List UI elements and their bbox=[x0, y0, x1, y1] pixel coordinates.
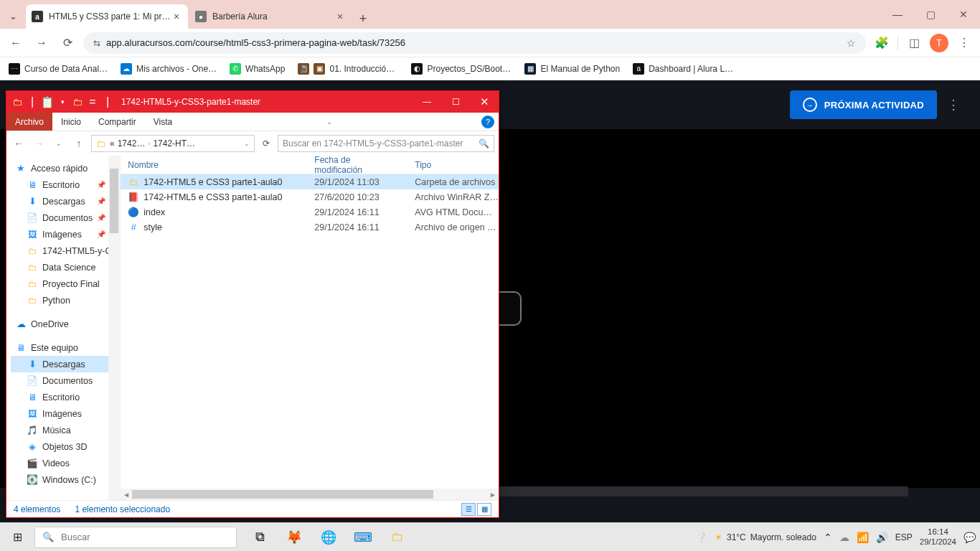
qat-properties-icon[interactable]: 📋 bbox=[41, 95, 54, 108]
tab-active[interactable]: a HTML5 y CSS3 parte 1: Mi prim × bbox=[26, 4, 188, 29]
forward-button[interactable]: → bbox=[32, 33, 52, 53]
language-indicator[interactable]: ESP bbox=[895, 532, 913, 542]
tree-item[interactable]: ⬇Descargas bbox=[11, 356, 120, 372]
column-header-type[interactable]: Tipo bbox=[407, 160, 499, 170]
reload-button[interactable]: ⟳ bbox=[57, 33, 77, 53]
new-tab-button[interactable]: + bbox=[353, 9, 373, 29]
tab-inactive[interactable]: ● Barbería Alura × bbox=[189, 4, 352, 29]
volume-icon[interactable]: 🔊 bbox=[876, 532, 888, 543]
tray-overflow-icon[interactable]: ⌃ bbox=[824, 532, 832, 543]
bookmark-item[interactable]: 📓▣01. Introducción |… bbox=[298, 63, 398, 75]
nav-forward-button[interactable]: → bbox=[31, 136, 47, 151]
tree-item[interactable]: ⬇Descargas📌 bbox=[11, 193, 120, 209]
file-row[interactable]: 📕1742-HTML5 e CSS3 parte1-aula0 27/6/202… bbox=[121, 189, 499, 204]
vscode-icon[interactable]: ⌨ bbox=[346, 523, 380, 551]
tree-item[interactable]: 📄Documentos📌 bbox=[11, 209, 120, 226]
firefox-icon[interactable]: 🦊 bbox=[277, 523, 311, 551]
extensions-icon[interactable]: 🧩 bbox=[872, 33, 892, 53]
close-icon[interactable]: × bbox=[171, 11, 182, 22]
tree-item[interactable]: 📄Documentos bbox=[11, 372, 120, 389]
site-info-icon[interactable]: ⇆ bbox=[93, 38, 100, 48]
bookmark-item[interactable]: aDashboard | Alura L… bbox=[633, 63, 733, 75]
breadcrumb[interactable]: 🗀 « 1742… › 1742-HT… ⌄ bbox=[91, 135, 255, 152]
tree-this-pc[interactable]: 🖥Este equipo bbox=[11, 339, 120, 356]
nav-up-button[interactable]: ↑ bbox=[71, 136, 87, 151]
close-button[interactable]: ✕ bbox=[470, 91, 499, 113]
side-panel-icon[interactable]: ◫ bbox=[904, 33, 924, 53]
tree-item[interactable]: 🗀Proyecto Final bbox=[11, 276, 120, 292]
file-row[interactable]: #style 29/1/2024 16:11 Archivo de origen… bbox=[121, 220, 499, 235]
chrome-icon[interactable]: 🌐 bbox=[311, 523, 346, 551]
column-header-date[interactable]: Fecha de modificación bbox=[307, 155, 407, 175]
nav-back-button[interactable]: ← bbox=[11, 136, 27, 151]
large-icons-view-button[interactable]: ▦ bbox=[477, 503, 491, 516]
minimize-button[interactable]: — bbox=[881, 4, 914, 25]
file-row[interactable]: 🗀1742-HTML5 e CSS3 parte1-aula0 29/1/202… bbox=[121, 174, 499, 189]
search-icon[interactable]: 🔍 bbox=[479, 138, 489, 149]
wifi-icon[interactable]: 📶 bbox=[857, 532, 869, 543]
course-menu-button[interactable]: ⋮ bbox=[947, 97, 960, 113]
bookmark-item[interactable]: ◐Proyectos_DS/Bootc… bbox=[411, 63, 512, 75]
bookmark-item[interactable]: ⋯Curso de Data Anal… bbox=[9, 63, 108, 75]
tree-item[interactable]: 🖥Escritorio📌 bbox=[11, 176, 120, 193]
explorer-search-input[interactable]: Buscar en 1742-HTML5-y-CSS3-parte1-maste… bbox=[278, 135, 494, 152]
start-button[interactable]: ⊞ bbox=[0, 523, 34, 551]
tree-item[interactable]: 🗀Data Science bbox=[11, 259, 120, 276]
scrollbar-thumb[interactable] bbox=[110, 169, 118, 233]
minimize-button[interactable]: — bbox=[413, 91, 441, 113]
clock[interactable]: 16:14 29/1/2024 bbox=[920, 527, 956, 546]
task-view-button[interactable]: ⧉ bbox=[242, 523, 277, 551]
taskbar-search-input[interactable]: 🔍 Buscar bbox=[34, 527, 237, 548]
file-explorer-taskbar-icon[interactable]: 🗀 bbox=[380, 523, 415, 551]
maximize-button[interactable]: ☐ bbox=[441, 91, 470, 113]
maximize-button[interactable]: ▢ bbox=[914, 4, 947, 25]
bookmark-item[interactable]: ▦El Manual de Python bbox=[524, 63, 620, 75]
nav-recent-dropdown[interactable]: ⌄ bbox=[51, 136, 67, 151]
weather-widget[interactable]: ☀ 31°C Mayorm. soleado bbox=[715, 532, 816, 542]
scroll-left-icon[interactable]: ◄ bbox=[121, 491, 132, 499]
tree-item[interactable]: 🗀1742-HTML5-y-C bbox=[11, 242, 120, 259]
ribbon-tab-inicio[interactable]: Inicio bbox=[52, 113, 90, 131]
file-row[interactable]: 🔵index 29/1/2024 16:11 AVG HTML Docu… bbox=[121, 204, 499, 220]
breadcrumb-item[interactable]: 1742… bbox=[116, 138, 147, 149]
navigation-pane[interactable]: ★Acceso rápido 🖥Escritorio📌 ⬇Descargas📌 … bbox=[6, 156, 121, 500]
profile-avatar[interactable]: T bbox=[930, 34, 948, 52]
tree-item[interactable]: 🖼Imágenes bbox=[11, 405, 120, 422]
explorer-titlebar[interactable]: 🗀 | 📋 ▾ 🗀 = | 1742-HTML5-y-CSS3-parte1-m… bbox=[6, 91, 499, 113]
tree-item[interactable]: 🎵Música bbox=[11, 422, 120, 438]
tree-item[interactable]: 🖼Imágenes📌 bbox=[11, 226, 120, 242]
back-button[interactable]: ← bbox=[6, 33, 26, 53]
refresh-button[interactable]: ⟳ bbox=[259, 138, 273, 149]
close-button[interactable]: ✕ bbox=[947, 4, 980, 25]
scrollbar-thumb[interactable] bbox=[132, 490, 433, 499]
help-tray-icon[interactable]: ❔ bbox=[695, 532, 707, 543]
next-activity-button[interactable]: → PRÓXIMA ACTIVIDAD bbox=[790, 90, 937, 119]
chrome-menu-button[interactable]: ⋮ bbox=[954, 33, 974, 53]
tree-onedrive[interactable]: ☁OneDrive bbox=[11, 316, 120, 332]
notifications-icon[interactable]: 💬 bbox=[963, 532, 976, 543]
breadcrumb-item[interactable]: 1742-HT… bbox=[151, 138, 197, 149]
tree-item[interactable]: 🖥Escritorio bbox=[11, 389, 120, 405]
nav-scrollbar[interactable] bbox=[108, 156, 120, 500]
details-view-button[interactable]: ☰ bbox=[461, 503, 476, 516]
qat-dropdown-icon[interactable]: ▾ bbox=[56, 95, 69, 108]
tree-item[interactable]: 💽Windows (C:) bbox=[11, 471, 120, 488]
scroll-right-icon[interactable]: ► bbox=[487, 491, 499, 499]
column-header-name[interactable]: Nombre bbox=[121, 160, 307, 170]
ribbon-tab-vista[interactable]: Vista bbox=[145, 113, 181, 131]
breadcrumb-dropdown-icon[interactable]: ⌄ bbox=[241, 140, 253, 147]
tree-item[interactable]: ◈Objetos 3D bbox=[11, 438, 120, 455]
bookmark-star-icon[interactable]: ☆ bbox=[847, 37, 856, 49]
ribbon-tab-archivo[interactable]: Archivo bbox=[6, 113, 52, 131]
tab-search-button[interactable]: ⌄ bbox=[0, 3, 26, 29]
tree-item[interactable]: 🗀Python bbox=[11, 292, 120, 309]
tree-quick-access[interactable]: ★Acceso rápido bbox=[11, 160, 120, 176]
ribbon-tab-compartir[interactable]: Compartir bbox=[90, 113, 145, 131]
close-icon[interactable]: × bbox=[334, 11, 346, 22]
address-bar[interactable]: ⇆ app.aluracursos.com/course/html5-css3-… bbox=[83, 32, 866, 54]
ribbon-expand-icon[interactable]: ⌄ bbox=[326, 118, 332, 126]
help-icon[interactable]: ? bbox=[481, 116, 494, 128]
onedrive-tray-icon[interactable]: ☁ bbox=[839, 532, 849, 543]
bookmark-item[interactable]: ✆WhatsApp bbox=[230, 63, 285, 75]
horizontal-scrollbar[interactable]: ◄ ► bbox=[121, 489, 499, 500]
